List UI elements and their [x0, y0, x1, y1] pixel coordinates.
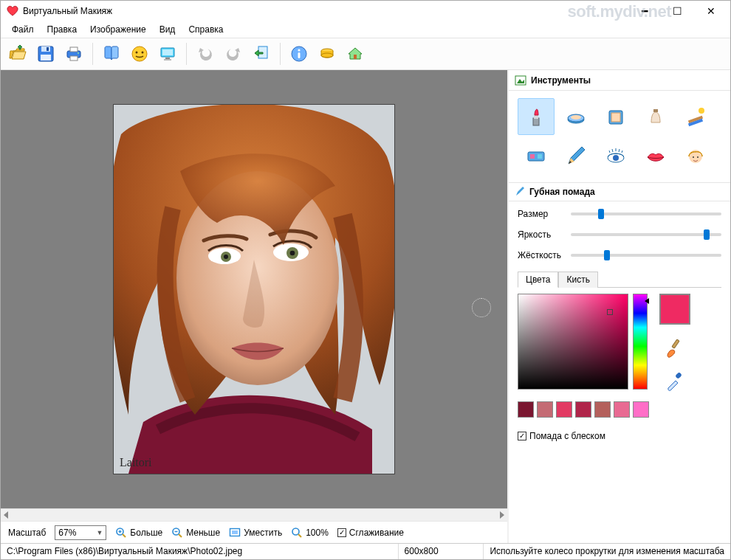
- preset-0[interactable]: [518, 401, 534, 418]
- zoom-less[interactable]: Меньше: [171, 527, 220, 539]
- svg-rect-6: [70, 56, 78, 61]
- svg-rect-18: [298, 52, 301, 58]
- redo-button[interactable]: [221, 41, 246, 66]
- picture-icon: [515, 75, 526, 86]
- status-bar: C:\Program Files (x86)\Виртуальный Макия…: [1, 543, 730, 559]
- tool-grid: [509, 91, 730, 182]
- paintbrush-icon[interactable]: [664, 336, 686, 359]
- preset-2[interactable]: [556, 401, 572, 418]
- menu-edit[interactable]: Правка: [41, 23, 84, 36]
- smoothing-checkbox[interactable]: ✓ Сглаживание: [337, 528, 404, 538]
- canvas-wrap: Laitori Масштаб 67% ▼ Больше Меньше Умес…: [1, 70, 509, 543]
- current-swatch[interactable]: [659, 294, 690, 325]
- minimize-button[interactable]: ━: [628, 1, 661, 21]
- open-button[interactable]: [5, 41, 30, 66]
- slider-hard-row: Жёсткость: [518, 250, 721, 260]
- svg-rect-3: [47, 47, 49, 51]
- save-button[interactable]: [33, 41, 58, 66]
- brush-small-icon: [515, 187, 525, 197]
- gloss-checkbox[interactable]: ✓ Помада с блеском: [518, 431, 721, 441]
- tool-mascara[interactable]: [597, 138, 634, 175]
- preset-4[interactable]: [594, 401, 611, 418]
- slider-bright[interactable]: [571, 229, 721, 240]
- tools-header: Инструменты: [509, 70, 730, 91]
- menu-file[interactable]: Файл: [5, 23, 41, 36]
- svg-point-39: [292, 528, 299, 535]
- hue-marker: [645, 298, 649, 304]
- info-button[interactable]: [286, 41, 312, 66]
- preset-1[interactable]: [537, 401, 553, 418]
- tool-concealer[interactable]: [637, 98, 674, 135]
- slider-size-row: Размер: [518, 209, 721, 219]
- tab-brush[interactable]: Кисть: [558, 272, 597, 288]
- hue-strip-wrap: [633, 294, 648, 390]
- tool-hair[interactable]: [677, 138, 714, 175]
- sv-box[interactable]: [518, 294, 628, 390]
- tool-powder[interactable]: [557, 98, 594, 135]
- svg-point-65: [693, 156, 694, 158]
- album-button[interactable]: [99, 41, 124, 66]
- tool-tanning[interactable]: [677, 98, 714, 135]
- coins-button[interactable]: [315, 41, 340, 66]
- svg-point-53: [699, 108, 704, 114]
- menu-image[interactable]: Изображение: [83, 23, 153, 36]
- main-area: Laitori Масштаб 67% ▼ Больше Меньше Умес…: [1, 70, 730, 543]
- svg-point-9: [136, 52, 138, 54]
- tool-foundation[interactable]: [597, 98, 634, 135]
- status-tip: Используйте колесо прокрутки для изменен…: [484, 544, 730, 559]
- slider-hard[interactable]: [571, 250, 721, 260]
- hue-strip[interactable]: [633, 294, 648, 390]
- svg-line-40: [298, 534, 301, 537]
- preset-row: [509, 398, 730, 425]
- slider-size-label: Размер: [518, 209, 565, 219]
- zoom-100[interactable]: 100%: [291, 527, 329, 539]
- check-icon: ✓: [518, 432, 526, 440]
- home-button[interactable]: [343, 41, 368, 66]
- svg-rect-2: [41, 55, 51, 61]
- close-button[interactable]: ✕: [694, 1, 727, 21]
- svg-rect-12: [162, 49, 173, 55]
- horizontal-scrollbar[interactable]: [1, 508, 507, 521]
- menu-view[interactable]: Вид: [153, 23, 182, 36]
- color-tabs: Цвета Кисть: [518, 271, 721, 288]
- monitor-button[interactable]: [155, 41, 180, 66]
- zoom-more[interactable]: Больше: [115, 527, 162, 539]
- section-header: Губная помада: [509, 182, 730, 201]
- gloss-row: ✓ Помада с блеском: [509, 425, 730, 447]
- svg-point-58: [613, 155, 619, 161]
- slider-size[interactable]: [571, 209, 721, 219]
- toolbar: [1, 38, 730, 70]
- canvas-area[interactable]: Laitori: [1, 70, 507, 508]
- menu-help[interactable]: Справка: [182, 23, 230, 36]
- svg-rect-67: [672, 339, 679, 348]
- smiley-button[interactable]: [127, 41, 152, 66]
- check-icon: ✓: [337, 528, 346, 537]
- maximize-button[interactable]: ☐: [661, 1, 694, 21]
- scale-value: 67%: [58, 528, 76, 538]
- tool-lipstick[interactable]: [518, 98, 555, 135]
- export-button[interactable]: [249, 41, 274, 66]
- svg-point-29: [290, 251, 295, 256]
- color-picker: [518, 294, 651, 390]
- tool-eyeshadow[interactable]: [518, 138, 555, 175]
- preset-3[interactable]: [575, 401, 591, 418]
- preset-5[interactable]: [614, 401, 630, 418]
- tool-lips-shape[interactable]: [637, 138, 674, 175]
- eyedropper-icon[interactable]: [664, 370, 686, 393]
- zoom-fit[interactable]: Уместить: [229, 527, 282, 539]
- svg-rect-5: [70, 47, 78, 52]
- svg-point-8: [132, 46, 147, 61]
- svg-line-35: [179, 534, 182, 537]
- svg-line-60: [612, 149, 613, 152]
- zoom-bar: Масштаб 67% ▼ Больше Меньше Уместить 100…: [1, 521, 507, 543]
- scale-select[interactable]: 67% ▼: [55, 525, 106, 540]
- tab-colors[interactable]: Цвета: [518, 272, 558, 288]
- svg-line-59: [609, 151, 610, 153]
- svg-rect-56: [538, 154, 542, 159]
- print-button[interactable]: [61, 41, 86, 66]
- preset-6[interactable]: [633, 401, 649, 418]
- tool-pencil[interactable]: [557, 138, 594, 175]
- undo-button[interactable]: [193, 41, 218, 66]
- app-icon: [7, 5, 18, 17]
- status-path: C:\Program Files (x86)\Виртуальный Макия…: [1, 544, 399, 559]
